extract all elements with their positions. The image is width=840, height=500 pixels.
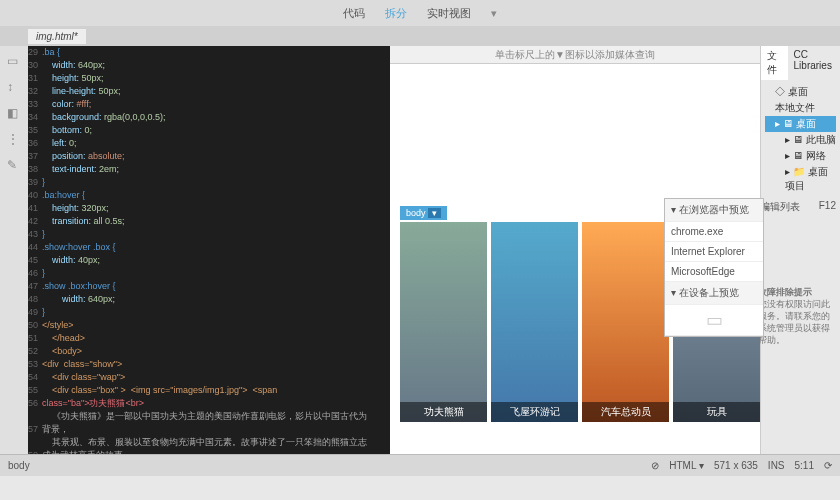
thumb-item[interactable]: 汽车总动员 xyxy=(582,222,669,422)
ruler[interactable]: 单击标尺上的▼图标以添加媒体查询 xyxy=(390,46,760,64)
device-icon: ▭ xyxy=(665,305,763,336)
popup-section[interactable]: ▾ 在浏览器中预览 xyxy=(665,199,763,222)
code-content[interactable]: .ba { width: 640px; height: 50px; line-h… xyxy=(42,46,390,454)
status-lang[interactable]: HTML ▾ xyxy=(669,460,704,471)
document-tabs: img.html* xyxy=(0,26,840,46)
troubleshoot-tip: 故障排除提示 您没有权限访问此服务。请联系您的系统管理员以获得帮助。 xyxy=(758,286,836,346)
thumb-item[interactable]: 功夫熊猫 xyxy=(400,222,487,422)
chevron-down-icon[interactable]: ▾ xyxy=(428,208,441,218)
popup-section[interactable]: ▾ 在设备上预览 xyxy=(665,282,763,305)
tree-header: 本地文件 xyxy=(765,100,836,116)
status-size: 571 x 635 xyxy=(714,460,758,471)
preview-popup: ▾ 在浏览器中预览 chrome.exe Internet Explorer M… xyxy=(664,198,764,337)
view-tabs: 代码 拆分 实时视图 ▾ xyxy=(0,0,840,26)
tool-icon[interactable]: ⋮ xyxy=(7,132,21,146)
popup-item[interactable]: MicrosoftEdge xyxy=(665,262,763,282)
tab-files[interactable]: 文件 xyxy=(761,46,788,80)
tool-icon[interactable]: ↕ xyxy=(7,80,21,94)
file-tree: ◇ 桌面 本地文件 ▸ 🖥 桌面 ▸ 🖥 此电脑 ▸ 🖥 网络 ▸ 📁 桌面项目 xyxy=(761,80,840,198)
tree-dropdown[interactable]: ◇ 桌面 xyxy=(765,84,836,100)
status-ins: INS xyxy=(768,460,785,471)
document-tab[interactable]: img.html* xyxy=(28,29,86,44)
line-gutter: 2930313233343536373839404142434445464748… xyxy=(28,46,42,454)
popup-item[interactable]: Internet Explorer xyxy=(665,242,763,262)
tool-icon[interactable]: ◧ xyxy=(7,106,21,120)
view-dropdown-icon[interactable]: ▾ xyxy=(491,7,497,20)
tag-selector[interactable]: body xyxy=(8,460,30,471)
status-bar: body ⊘ HTML ▾ 571 x 635 INS 5:11 ⟳ xyxy=(0,454,840,476)
tool-strip: ▭ ↕ ◧ ⋮ ✎ xyxy=(0,46,28,454)
edit-list-link[interactable]: 编辑列表 xyxy=(760,200,800,214)
files-panel: 文件 CC Libraries ◇ 桌面 本地文件 ▸ 🖥 桌面 ▸ 🖥 此电脑… xyxy=(760,46,840,454)
thumb-item[interactable]: 飞屋环游记 xyxy=(491,222,578,422)
element-tag[interactable]: body▾ xyxy=(400,206,447,220)
view-live[interactable]: 实时视图 xyxy=(427,6,471,21)
view-split[interactable]: 拆分 xyxy=(385,6,407,21)
status-sync-icon[interactable]: ⟳ xyxy=(824,460,832,471)
tree-node[interactable]: ▸ 🖥 网络 xyxy=(765,148,836,164)
status-linecol: 5:11 xyxy=(795,460,814,471)
status-errors-icon[interactable]: ⊘ xyxy=(651,460,659,471)
popup-item[interactable]: chrome.exe xyxy=(665,222,763,242)
tool-icon[interactable]: ▭ xyxy=(7,54,21,68)
code-editor[interactable]: 2930313233343536373839404142434445464748… xyxy=(28,46,390,454)
tree-node[interactable]: ▸ 🖥 桌面 xyxy=(765,116,836,132)
ruler-hint: 单击标尺上的▼图标以添加媒体查询 xyxy=(495,48,655,62)
panel-tabs: 文件 CC Libraries xyxy=(761,46,840,80)
shortcut-label: F12 xyxy=(819,200,836,211)
view-code[interactable]: 代码 xyxy=(343,6,365,21)
tree-node[interactable]: ▸ 🖥 此电脑 xyxy=(765,132,836,148)
tool-icon[interactable]: ✎ xyxy=(7,158,21,172)
tree-node[interactable]: ▸ 📁 桌面项目 xyxy=(765,164,836,194)
tab-cc[interactable]: CC Libraries xyxy=(788,46,840,80)
